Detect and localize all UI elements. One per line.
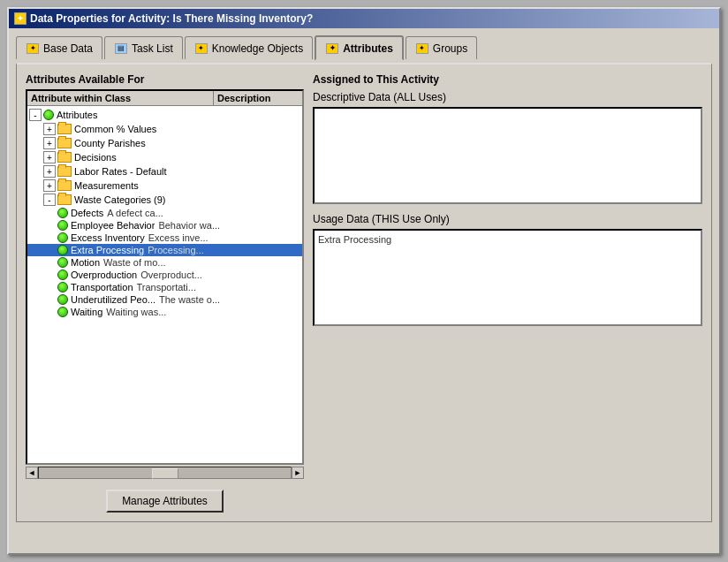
waste-dot-8 — [57, 307, 68, 317]
tab-attributes[interactable]: ✦ Attributes — [315, 35, 404, 60]
waste-desc-2: Excess inve... — [148, 232, 209, 243]
group1-expand[interactable]: + — [43, 137, 56, 149]
root-green-dot — [43, 110, 54, 120]
waste-label-0: Defects — [71, 208, 103, 218]
waste-item-7[interactable]: Underutilized Peo... The waste o... — [27, 293, 302, 306]
waste-item-3[interactable]: Extra Processing Processing... — [27, 244, 302, 256]
group5-expand[interactable]: - — [43, 194, 56, 206]
waste-dot-1 — [57, 220, 68, 231]
titlebar-title: Data Properties for Activity: Is There M… — [30, 12, 313, 25]
waste-desc-0: A defect ca... — [107, 208, 163, 218]
base-data-icon: ✦ — [26, 42, 40, 55]
left-panel: Attributes Available For Attribute withi… — [26, 73, 304, 513]
waste-label-2: Excess Inventory — [71, 232, 145, 243]
tab-base-data[interactable]: ✦ Base Data — [16, 36, 102, 59]
usage-textarea[interactable]: Extra Processing — [313, 229, 702, 326]
tree-header-col2: Description — [214, 91, 302, 105]
waste-label-7: Underutilized Peo... — [71, 294, 155, 305]
waste-label-3: Extra Processing — [71, 245, 144, 255]
tree-container[interactable]: Attribute within Class Description - Att… — [26, 89, 304, 465]
waste-item-5[interactable]: Overproduction Overproduct... — [27, 269, 302, 281]
task-list-icon: ▤ — [114, 42, 128, 55]
waste-desc-1: Behavior wa... — [158, 220, 220, 231]
tree-root-row[interactable]: - Attributes — [27, 108, 302, 122]
waste-item-6[interactable]: Transportation Transportati... — [27, 281, 302, 293]
waste-item-8[interactable]: Waiting Waiting was... — [27, 306, 302, 318]
groups-icon: ✦ — [415, 42, 429, 55]
waste-item-1[interactable]: Employee Behavior Behavior wa... — [27, 219, 302, 232]
waste-dot-0 — [57, 208, 68, 218]
main-window: ✦ Data Properties for Activity: Is There… — [7, 7, 721, 555]
waste-label-1: Employee Behavior — [71, 220, 155, 231]
tree-group-1[interactable]: + County Parishes — [27, 136, 302, 150]
waste-label-6: Transportation — [71, 282, 133, 292]
assigned-label: Assigned to This Activity — [313, 73, 702, 86]
tree-group-5[interactable]: - Waste Categories (9) — [27, 193, 302, 207]
waste-dot-4 — [57, 257, 68, 268]
group3-expand[interactable]: + — [43, 165, 56, 178]
waste-desc-4: Waste of mo... — [103, 257, 166, 268]
attributes-tab-icon: ✦ — [325, 42, 339, 55]
folder-icon-5 — [57, 194, 72, 205]
group2-label: Decisions — [74, 152, 117, 163]
group4-label: Measurements — [74, 180, 139, 191]
tree-root-label: Attributes — [57, 110, 97, 120]
usage-title: Usage Data (THIS Use Only) — [313, 213, 702, 225]
waste-item-2[interactable]: Excess Inventory Excess inve... — [27, 232, 302, 244]
group4-expand[interactable]: + — [43, 179, 56, 192]
scroll-thumb[interactable] — [152, 468, 178, 479]
tree-header-col1: Attribute within Class — [27, 91, 214, 105]
right-panel: Assigned to This Activity Descriptive Da… — [313, 73, 702, 513]
scroll-track[interactable] — [38, 467, 292, 479]
group5-label: Waste Categories (9) — [74, 194, 166, 205]
root-expand-btn[interactable]: - — [29, 109, 42, 121]
tree-header: Attribute within Class Description — [27, 91, 302, 106]
usage-section: Usage Data (THIS Use Only) Extra Process… — [313, 213, 702, 326]
folder-icon-1 — [57, 138, 72, 148]
tree-group-0[interactable]: + Common % Values — [27, 122, 302, 136]
main-panel: Attributes Available For Attribute withi… — [16, 63, 712, 522]
group2-expand[interactable]: + — [43, 151, 56, 163]
waste-label-5: Overproduction — [71, 270, 137, 280]
manage-attributes-button[interactable]: Manage Attributes — [106, 490, 224, 513]
group0-label: Common % Values — [74, 124, 156, 134]
group1-label: County Parishes — [74, 138, 146, 148]
tree-hscrollbar[interactable]: ◄ ► — [26, 467, 304, 479]
titlebar: ✦ Data Properties for Activity: Is There… — [9, 9, 719, 28]
folder-icon-2 — [57, 152, 72, 163]
tree-group-2[interactable]: + Decisions — [27, 150, 302, 164]
descriptive-section: Descriptive Data (ALL Uses) — [313, 91, 702, 204]
waste-dot-7 — [57, 294, 68, 305]
group3-label: Labor Rates - Default — [74, 166, 167, 177]
tab-knowledge-objects[interactable]: ✦ Knowledge Objects — [185, 36, 313, 59]
waste-item-4[interactable]: Motion Waste of mo... — [27, 256, 302, 269]
descriptive-textarea[interactable] — [313, 107, 702, 204]
waste-label-8: Waiting — [71, 307, 102, 317]
waste-dot-3 — [57, 245, 68, 255]
waste-label-4: Motion — [71, 257, 100, 268]
tab-task-list[interactable]: ▤ Task List — [104, 36, 183, 59]
tree-group-3[interactable]: + Labor Rates - Default — [27, 164, 302, 178]
scroll-right-btn[interactable]: ► — [292, 467, 304, 479]
waste-desc-7: The waste o... — [159, 294, 220, 305]
waste-desc-6: Transportati... — [137, 282, 196, 292]
titlebar-icon: ✦ — [14, 12, 27, 25]
folder-icon-4 — [57, 180, 72, 191]
waste-desc-3: Processing... — [148, 245, 204, 255]
waste-dot-5 — [57, 270, 68, 280]
waste-desc-8: Waiting was... — [106, 307, 166, 317]
window-content: ✦ Base Data ▤ Task List ✦ Knowledge Obje… — [9, 28, 719, 529]
descriptive-title: Descriptive Data (ALL Uses) — [313, 91, 702, 103]
tab-bar: ✦ Base Data ▤ Task List ✦ Knowledge Obje… — [16, 35, 712, 59]
folder-icon-0 — [57, 124, 72, 134]
group0-expand[interactable]: + — [43, 123, 56, 135]
knowledge-objects-icon: ✦ — [194, 42, 209, 55]
waste-dot-2 — [57, 232, 68, 243]
tree-group-4[interactable]: + Measurements — [27, 178, 302, 193]
scroll-left-btn[interactable]: ◄ — [26, 467, 38, 479]
waste-item-0[interactable]: Defects A defect ca... — [27, 207, 302, 219]
left-panel-title: Attributes Available For — [26, 73, 304, 86]
waste-dot-6 — [57, 282, 68, 292]
tree-body: - Attributes + Common % Values — [27, 106, 302, 320]
tab-groups[interactable]: ✦ Groups — [406, 36, 477, 59]
